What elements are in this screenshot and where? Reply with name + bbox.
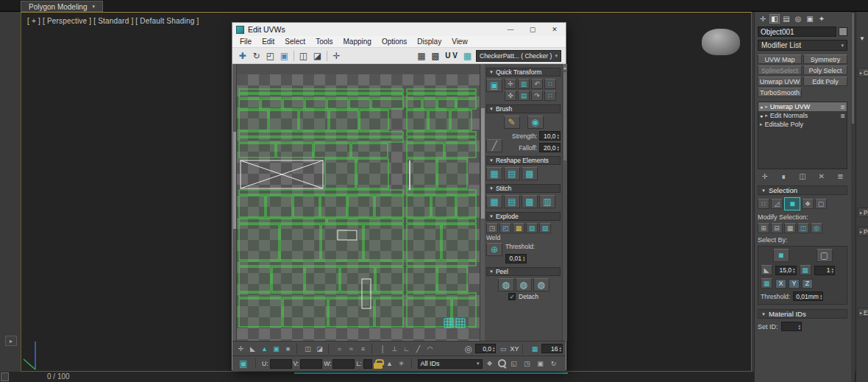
timeline-track[interactable] bbox=[294, 372, 568, 374]
cube-map-icon[interactable]: ■ bbox=[282, 344, 294, 354]
planar-angle-icon[interactable]: ◣ bbox=[761, 265, 772, 275]
show-grid-icon[interactable]: ▦ bbox=[414, 49, 428, 62]
uv-island[interactable] bbox=[407, 132, 476, 136]
texture-select-dropdown[interactable]: CheckerPatt... ( Checker ) ▾ bbox=[476, 50, 561, 62]
select-loop-icon[interactable]: ◎ bbox=[811, 223, 822, 233]
rotate-ccw-icon[interactable]: ↶ bbox=[531, 79, 543, 89]
xy-axis-label[interactable]: XY bbox=[510, 345, 519, 353]
uv-island[interactable] bbox=[305, 99, 326, 109]
uv-island[interactable] bbox=[239, 299, 282, 327]
absolute-offset-toggle-icon[interactable]: ▣ bbox=[235, 357, 252, 370]
grow-loop-icon[interactable]: ▦ bbox=[784, 223, 796, 233]
spinner-arrows-icon[interactable]: ▴▾ bbox=[793, 267, 795, 273]
uv-island[interactable] bbox=[239, 219, 326, 223]
uv-island[interactable] bbox=[352, 144, 388, 158]
distribute-horizontal-icon[interactable]: ∷ bbox=[544, 79, 556, 89]
uv-island[interactable] bbox=[348, 196, 374, 217]
menu-options[interactable]: Options bbox=[377, 38, 412, 46]
uv-island[interactable] bbox=[407, 196, 430, 217]
menu-view[interactable]: View bbox=[447, 38, 473, 46]
weld-selected-icon[interactable]: ⊕ bbox=[486, 243, 502, 256]
menu-file[interactable]: File bbox=[235, 38, 257, 46]
uv-island[interactable] bbox=[239, 132, 403, 136]
uv-island[interactable] bbox=[327, 219, 403, 223]
remove-modifier-icon[interactable]: ✕ bbox=[816, 171, 827, 181]
uv-island[interactable] bbox=[239, 99, 260, 109]
visibility-bulb-icon[interactable]: ● bbox=[760, 105, 763, 110]
uv-island[interactable] bbox=[239, 196, 265, 217]
hierarchy-tab-icon[interactable]: ▤ bbox=[781, 14, 791, 24]
paint-select-icon[interactable]: ✛ bbox=[330, 49, 344, 62]
select-by-vertex-icon[interactable]: ▢ bbox=[815, 199, 827, 209]
smoothing-group-spinner[interactable]: 1 ▴▾ bbox=[814, 266, 836, 275]
soft-selection-icon[interactable]: ✛ bbox=[235, 344, 246, 354]
uv-island[interactable] bbox=[239, 267, 271, 291]
visibility-bulb-icon[interactable]: ● bbox=[760, 113, 763, 119]
spinner-arrows-icon[interactable]: ▴▾ bbox=[799, 324, 801, 330]
spinner-arrows-icon[interactable]: ▴▾ bbox=[557, 133, 559, 139]
paint-move-icon[interactable]: ▲ bbox=[259, 344, 270, 354]
modifier-button-poly-select[interactable]: Poly Select bbox=[803, 66, 847, 75]
stack-item-edit-normals[interactable]: ●▸Edit Normals≣ bbox=[758, 111, 847, 120]
set-id-spinner[interactable]: ▴▾ bbox=[781, 322, 803, 331]
viewport-label[interactable]: [ + ] [ Perspective ] [ Standard ] [ Def… bbox=[27, 17, 199, 25]
planar-angle-spinner[interactable]: 15,0 ▴▾ bbox=[775, 266, 797, 275]
falloff-edge-icon[interactable]: ◣ bbox=[247, 344, 258, 354]
maximize-button[interactable]: ▢ bbox=[522, 24, 544, 36]
window-title-bar[interactable]: Edit UVWs —▢✕ bbox=[232, 23, 566, 36]
snaps-toggle-icon[interactable]: ✳ bbox=[396, 358, 408, 369]
show-map-icon[interactable]: ▩ bbox=[428, 49, 442, 62]
rotate-cw-icon[interactable]: ↷ bbox=[531, 91, 543, 101]
rollout-material-ids[interactable]: ▼ Material IDs bbox=[758, 309, 847, 319]
move-vertical-icon[interactable]: ✜ bbox=[505, 91, 516, 101]
spinner-arrows-icon[interactable]: ▴▾ bbox=[820, 294, 822, 300]
strength-spinner[interactable]: 10,0 ▴▾ bbox=[539, 131, 561, 141]
pan-hand-icon[interactable]: ❖ bbox=[484, 358, 496, 369]
uv-island[interactable] bbox=[305, 267, 339, 291]
stitch-to-average-icon[interactable]: ▩ bbox=[522, 195, 538, 208]
stitch-to-target-icon[interactable]: ▤ bbox=[504, 195, 520, 208]
uv-island[interactable] bbox=[239, 293, 403, 297]
uv-island[interactable] bbox=[239, 144, 275, 158]
modify-tab-icon[interactable]: ◧ bbox=[769, 14, 780, 24]
spinner-arrows-icon[interactable]: ▴▾ bbox=[832, 267, 834, 273]
rollout-pe[interactable]: ▸Pe bbox=[858, 208, 868, 217]
stack-item-unwrap-uvw[interactable]: ●▸Unwrap UVW≣ bbox=[758, 102, 847, 111]
ribbon-tab-polygon-modeling[interactable]: Polygon Modeling ▾ bbox=[21, 1, 103, 12]
element-mode-icon[interactable]: ❖ bbox=[802, 199, 814, 209]
uv-island[interactable] bbox=[357, 159, 388, 188]
uv-island[interactable] bbox=[407, 94, 476, 98]
grid-size-spinner[interactable]: 16 ▴▾ bbox=[541, 344, 563, 353]
modifier-button-splineselect[interactable]: SplineSelect bbox=[758, 66, 802, 75]
falloff-linear-icon[interactable]: = bbox=[334, 344, 345, 354]
w-field[interactable] bbox=[332, 359, 355, 369]
uv-island[interactable] bbox=[266, 196, 292, 217]
uv-island[interactable] bbox=[239, 261, 403, 266]
paint-brush-icon[interactable]: ✎ bbox=[504, 116, 520, 129]
zoom-icon[interactable] bbox=[497, 358, 507, 368]
falloff-t-icon[interactable]: ⊥ bbox=[389, 344, 400, 354]
utilities-tab-icon[interactable]: ✦ bbox=[817, 14, 827, 24]
straighten-selection-icon[interactable]: ▦ bbox=[486, 167, 502, 180]
falloff-spinner[interactable]: 20,0 ▴▾ bbox=[539, 143, 561, 152]
modifier-button-unwrap-uvw[interactable]: Unwrap UVW bbox=[758, 77, 802, 86]
object-color-swatch[interactable] bbox=[839, 27, 847, 36]
uv-island[interactable] bbox=[407, 261, 476, 266]
uv-island[interactable] bbox=[327, 99, 348, 109]
smoothing-group-icon[interactable]: ▦ bbox=[800, 265, 811, 275]
material-id-icon[interactable]: ▦ bbox=[761, 278, 772, 289]
display-tab-icon[interactable]: ▣ bbox=[805, 14, 815, 24]
modifier-button-symmetry[interactable]: Symmetry bbox=[803, 54, 847, 64]
pixel-snap-icon[interactable]: ▲ bbox=[384, 358, 396, 369]
rollout-quick-transform[interactable]: ▼ Quick Transform bbox=[486, 68, 561, 77]
align-to-edge-icon[interactable]: ▤ bbox=[504, 167, 520, 180]
select-by-cube-icon[interactable]: ■ bbox=[773, 249, 789, 262]
flip-tool-icon[interactable]: ◪ bbox=[310, 49, 324, 62]
uv-island[interactable] bbox=[375, 299, 403, 327]
uv-island[interactable] bbox=[239, 190, 403, 194]
quick-planar-icon[interactable]: ▣ bbox=[271, 344, 282, 354]
detach-checkbox[interactable]: ✓ bbox=[508, 293, 516, 300]
scale-tool-icon[interactable]: ◰ bbox=[263, 49, 277, 62]
uv-island[interactable] bbox=[269, 110, 298, 130]
uv-island[interactable] bbox=[283, 299, 327, 327]
